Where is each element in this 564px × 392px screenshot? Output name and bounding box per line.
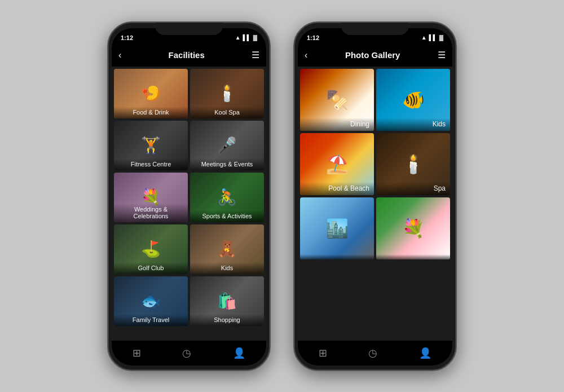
tile-kids[interactable]: 🧸 Kids xyxy=(190,224,264,274)
tile-label-family: Family Travel xyxy=(114,314,188,326)
tile-label-food: Food & Drink xyxy=(114,107,188,118)
nav-grid-icon-1[interactable]: ⊞ xyxy=(133,347,141,359)
back-button-2[interactable]: ‹ xyxy=(305,50,307,60)
wifi-icon-1: ▌▌ xyxy=(243,34,251,41)
nav-clock-icon-2[interactable]: ◷ xyxy=(368,347,377,359)
battery-icon-2: ▓ xyxy=(439,34,443,41)
tile-label-weddings: Weddings & Celebrations xyxy=(114,204,188,222)
gallery-bg-city: 🏙️ xyxy=(300,197,374,259)
gallery-label-dining: Dining xyxy=(300,118,374,131)
gallery-tile-city[interactable]: 🏙️ xyxy=(300,197,374,259)
phone-gallery: 1:12 ▲ ▌▌ ▓ ‹ Photo Gallery ☰ 🍢 Dining 🐠 xyxy=(293,21,457,371)
battery-icon-1: ▓ xyxy=(253,34,257,41)
gallery-label-flowers xyxy=(376,254,450,259)
tile-sports[interactable]: 🚴 Sports & Activities xyxy=(190,173,264,222)
menu-button-1[interactable]: ☰ xyxy=(252,50,259,60)
tile-food-drink[interactable]: 🍤 Food & Drink xyxy=(114,69,188,118)
status-time-1: 1:12 xyxy=(121,34,133,41)
menu-button-2[interactable]: ☰ xyxy=(438,50,446,60)
header-title-1: Facilities xyxy=(169,50,205,60)
gallery-tile-dining[interactable]: 🍢 Dining xyxy=(300,69,374,131)
back-button-1[interactable]: ‹ xyxy=(118,50,121,60)
status-icons-1: ▲ ▌▌ ▓ xyxy=(235,34,257,41)
status-bar-1: 1:12 ▲ ▌▌ ▓ xyxy=(112,28,266,44)
gallery-content: 🍢 Dining 🐠 Kids ⛱️ Pool & Beach 🕯️ Spa 🏙 xyxy=(298,67,452,341)
status-icons-2: ▲ ▌▌ ▓ xyxy=(421,34,443,41)
tile-meetings[interactable]: 🎤 Meetings & Events xyxy=(190,121,264,170)
gallery-label-city xyxy=(300,254,374,259)
nav-clock-icon-1[interactable]: ◷ xyxy=(182,347,191,359)
tile-label-spa: Kool Spa xyxy=(190,107,264,118)
gallery-grid: 🍢 Dining 🐠 Kids ⛱️ Pool & Beach 🕯️ Spa 🏙 xyxy=(300,69,450,259)
tile-weddings[interactable]: 💐 Weddings & Celebrations xyxy=(114,173,188,222)
phone-facilities: 1:12 ▲ ▌▌ ▓ ‹ Facilities ☰ 🍤 Food & Drin… xyxy=(107,21,271,371)
app-header-2: ‹ Photo Gallery ☰ xyxy=(298,44,452,67)
gallery-bg-flowers: 💐 xyxy=(376,197,450,259)
tile-shopping[interactable]: 🛍️ Shopping xyxy=(190,276,264,326)
tile-kool-spa[interactable]: 🕯️ Kool Spa xyxy=(190,69,264,118)
gallery-label-kids: Kids xyxy=(376,118,450,131)
screen-facilities: 1:12 ▲ ▌▌ ▓ ‹ Facilities ☰ 🍤 Food & Drin… xyxy=(112,28,266,365)
tile-family[interactable]: 🐟 Family Travel xyxy=(114,276,188,326)
tile-label-meetings: Meetings & Events xyxy=(190,158,264,170)
facilities-content: 🍤 Food & Drink 🕯️ Kool Spa 🏋️ Fitness Ce… xyxy=(112,67,266,341)
status-bar-2: 1:12 ▲ ▌▌ ▓ xyxy=(298,28,452,44)
bottom-nav-2: ⊞ ◷ 👤 xyxy=(298,341,452,365)
tile-fitness[interactable]: 🏋️ Fitness Centre xyxy=(114,121,188,170)
status-time-2: 1:12 xyxy=(307,34,319,41)
gallery-tile-flowers[interactable]: 💐 xyxy=(376,197,450,259)
header-title-2: Photo Gallery xyxy=(345,50,400,60)
tile-label-fitness: Fitness Centre xyxy=(114,158,188,170)
tile-golf[interactable]: ⛳ Golf Club xyxy=(114,224,188,274)
bottom-nav-1: ⊞ ◷ 👤 xyxy=(112,341,266,365)
signal-icon-2: ▲ xyxy=(421,34,427,41)
gallery-tile-pool[interactable]: ⛱️ Pool & Beach xyxy=(300,133,374,195)
screen-gallery: 1:12 ▲ ▌▌ ▓ ‹ Photo Gallery ☰ 🍢 Dining 🐠 xyxy=(298,28,452,365)
nav-profile-icon-2[interactable]: 👤 xyxy=(419,347,431,359)
signal-icon-1: ▲ xyxy=(235,34,241,41)
app-header-1: ‹ Facilities ☰ xyxy=(112,44,266,67)
tile-label-golf: Golf Club xyxy=(114,262,188,274)
facility-grid: 🍤 Food & Drink 🕯️ Kool Spa 🏋️ Fitness Ce… xyxy=(114,69,264,326)
tile-label-shopping: Shopping xyxy=(190,314,264,326)
gallery-label-pool: Pool & Beach xyxy=(300,182,374,195)
nav-grid-icon-2[interactable]: ⊞ xyxy=(319,347,327,359)
gallery-tile-spa[interactable]: 🕯️ Spa xyxy=(376,133,450,195)
nav-profile-icon-1[interactable]: 👤 xyxy=(233,347,245,359)
tile-label-sports: Sports & Activities xyxy=(190,210,264,222)
wifi-icon-2: ▌▌ xyxy=(429,34,437,41)
gallery-label-spa: Spa xyxy=(376,182,450,195)
tile-label-kids: Kids xyxy=(190,262,264,274)
gallery-tile-kids[interactable]: 🐠 Kids xyxy=(376,69,450,131)
